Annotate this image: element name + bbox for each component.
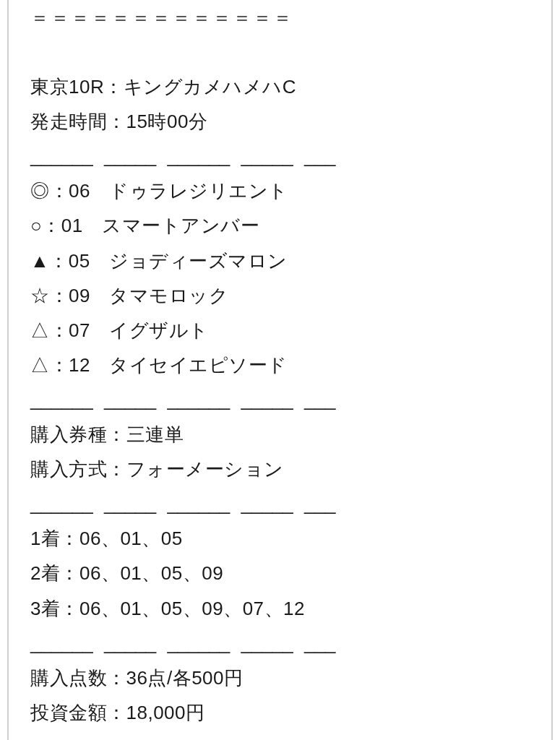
points: 購入点数：36点/各500円 (30, 661, 530, 695)
pick-2: ▲：05 ジョディーズマロン (30, 244, 530, 278)
pick-5: △：12 タイセイエピソード (30, 348, 530, 382)
total: 投資金額：18,000円 (30, 695, 530, 730)
pick-0: ◎：06 ドゥラレジリエント (30, 173, 530, 208)
divider-3: ______ _____ ______ _____ ___ (30, 486, 530, 521)
pick-3: ☆：09 タマモロック (30, 278, 530, 313)
bet-method: 購入方式：フォーメーション (30, 452, 530, 486)
pick-4: △：07 イグザルト (30, 313, 530, 348)
separator-top: ＝＝＝＝＝＝＝＝＝＝＝＝＝ (30, 0, 530, 35)
document-container: ＝＝＝＝＝＝＝＝＝＝＝＝＝ 東京10R：キングカメハメハC 発走時間：15時00… (7, 0, 553, 740)
placing-1: 1着：06、01、05 (30, 521, 530, 556)
pick-1: ○：01 スマートアンバー (30, 208, 530, 243)
divider-1: ______ _____ ______ _____ ___ (30, 139, 530, 173)
race-header: 東京10R：キングカメハメハC (30, 69, 530, 104)
divider-2: ______ _____ ______ _____ ___ (30, 382, 530, 417)
divider-4: ______ _____ ______ _____ ___ (30, 626, 530, 661)
start-time: 発走時間：15時00分 (30, 104, 530, 139)
placing-3: 3着：06、01、05、09、07、12 (30, 591, 530, 626)
separator-bottom: ＝＝＝＝＝＝＝＝＝＝＝＝＝ (30, 730, 530, 740)
placing-2: 2着：06、01、05、09 (30, 556, 530, 590)
blank-space (30, 35, 530, 69)
ticket-type: 購入券種：三連単 (30, 417, 530, 452)
